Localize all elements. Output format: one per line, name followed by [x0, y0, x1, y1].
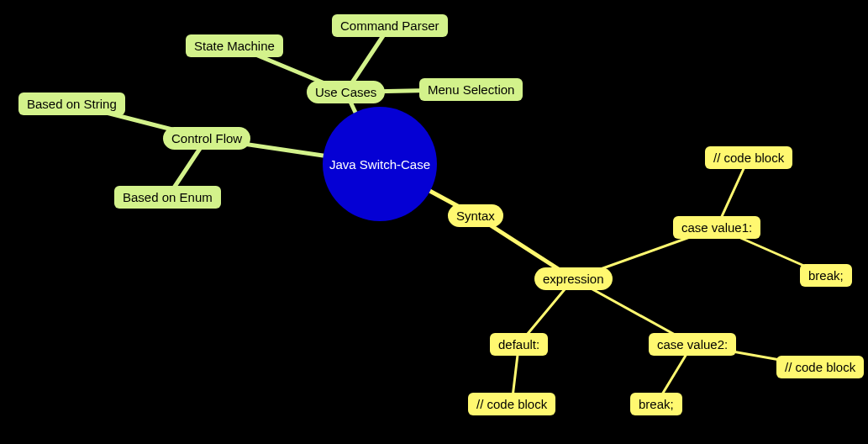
- node-label: break;: [808, 268, 844, 283]
- node-label: State Machine: [194, 39, 275, 53]
- node-label: Use Cases: [315, 85, 376, 99]
- node-label: break;: [639, 397, 674, 411]
- node-label: // code block: [785, 360, 855, 374]
- node-default: default:: [490, 333, 548, 356]
- node-label: // code block: [476, 397, 547, 411]
- node-label: Control Flow: [171, 131, 242, 145]
- node-basedstr: Based on String: [18, 92, 125, 115]
- node-label: expression: [543, 272, 604, 286]
- node-label: Menu Selection: [428, 82, 514, 97]
- node-case1: case value1:: [673, 216, 760, 239]
- node-c1break: break;: [800, 264, 852, 287]
- node-c2code: // code block: [776, 356, 864, 378]
- node-c1code: // code block: [705, 146, 792, 169]
- node-expr: expression: [534, 267, 613, 290]
- node-state: State Machine: [186, 34, 283, 57]
- node-label: Command Parser: [340, 18, 439, 33]
- node-label: // code block: [713, 151, 784, 165]
- node-label: Syntax: [456, 209, 495, 223]
- node-label: default:: [498, 337, 539, 352]
- node-controlflow: Control Flow: [163, 127, 250, 150]
- node-label: Based on String: [27, 97, 117, 111]
- node-basedenum: Based on Enum: [114, 186, 221, 209]
- node-defcode: // code block: [468, 393, 555, 415]
- node-usecases: Use Cases: [307, 81, 385, 103]
- center-label: Java Switch-Case: [329, 157, 430, 172]
- node-label: Based on Enum: [123, 190, 213, 204]
- center-node: Java Switch-Case: [323, 107, 437, 221]
- node-case2: case value2:: [649, 333, 736, 356]
- node-c2break: break;: [630, 393, 682, 415]
- node-cmdparser: Command Parser: [332, 14, 448, 37]
- node-syntax: Syntax: [448, 204, 503, 227]
- node-label: case value1:: [681, 220, 752, 235]
- node-label: case value2:: [657, 337, 728, 352]
- node-menusel: Menu Selection: [419, 78, 523, 101]
